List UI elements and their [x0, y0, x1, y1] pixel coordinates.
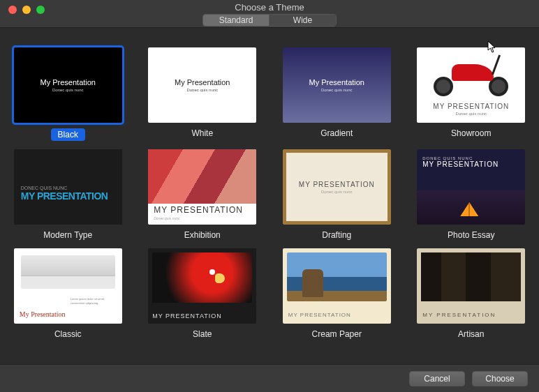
sample-subtitle: DONEC QUIS NUNC: [21, 186, 68, 190]
sample-title: My Presentation: [309, 78, 364, 86]
theme-artisan[interactable]: MY PRESENTATION Artisan: [416, 248, 527, 339]
sample-title: MY PRESENTATION: [433, 103, 509, 110]
sample-title: MY PRESENTATION: [154, 205, 243, 215]
theme-thumbnail[interactable]: MY PRESENTATION Donec quis nunc: [417, 47, 525, 123]
theme-label: White: [191, 128, 213, 138]
theme-label: Artisan: [458, 329, 484, 339]
theme-label: Showroom: [451, 128, 491, 138]
sample-title: MY PRESENTATION: [152, 312, 222, 319]
sample-column-text: Lorem ipsum dolor sit amet, consectetur …: [71, 297, 115, 305]
theme-label: Drafting: [322, 230, 351, 240]
choose-button[interactable]: Choose: [472, 371, 528, 386]
sample-subtitle: Donec quis nunc: [321, 190, 353, 194]
titlebar: Choose a Theme Standard Wide: [0, 0, 539, 28]
dialog-footer: Cancel Choose: [0, 364, 539, 392]
sample-title: My Presentation: [20, 310, 66, 318]
abstract-art-icon: [148, 149, 256, 204]
theme-thumbnail[interactable]: MY PRESENTATION: [148, 248, 256, 324]
sample-subtitle: Donec quis nunc: [186, 88, 218, 92]
theme-thumbnail[interactable]: DONEC QUIS NUNC MY PRESENTATION: [14, 149, 122, 225]
sample-subtitle: Donec quis nunc: [52, 88, 84, 92]
theme-black[interactable]: My Presentation Donec quis nunc Black: [13, 47, 124, 141]
segmented-wide[interactable]: Wide: [270, 15, 336, 26]
theme-thumbnail[interactable]: MY PRESENTATION Donec quis nunc: [283, 149, 391, 225]
theme-showroom[interactable]: MY PRESENTATION Donec quis nunc Showroom: [416, 47, 527, 141]
sample-subtitle: Donec quis nunc: [455, 112, 487, 116]
sample-title: My Presentation: [40, 78, 96, 86]
theme-label: Cream Paper: [312, 329, 362, 339]
segmented-standard[interactable]: Standard: [203, 15, 270, 26]
theme-label: Modern Type: [43, 230, 92, 240]
theme-label: Photo Essay: [448, 230, 494, 240]
theme-label: Slate: [193, 329, 212, 339]
theme-cream-paper[interactable]: MY PRESENTATION Cream Paper: [281, 248, 392, 339]
sample-title: MY PRESENTATION: [422, 312, 496, 318]
sample-subtitle: DONEC QUIS NUNC: [422, 156, 473, 160]
tent-icon: [460, 202, 478, 216]
theme-exhibition[interactable]: MY PRESENTATION Donec quis nunc Exhibiti…: [147, 149, 258, 240]
theme-thumbnail[interactable]: MY PRESENTATION: [283, 248, 391, 324]
theme-thumbnail[interactable]: My Presentation Lorem ipsum dolor sit am…: [14, 248, 122, 324]
sample-title: My Presentation: [175, 78, 230, 86]
theme-classic[interactable]: My Presentation Lorem ipsum dolor sit am…: [13, 248, 124, 339]
theme-photo-essay[interactable]: DONEC QUIS NUNC MY PRESENTATION Photo Es…: [416, 149, 527, 240]
theme-label: Black: [51, 128, 85, 141]
pottery-icon: [421, 252, 521, 301]
window-title: Choose a Theme: [0, 2, 539, 13]
theme-white[interactable]: My Presentation Donec quis nunc White: [147, 47, 258, 141]
sample-subtitle: Donec quis nunc: [321, 88, 353, 92]
theme-gallery: My Presentation Donec quis nunc Black My…: [0, 28, 539, 364]
theme-drafting[interactable]: MY PRESENTATION Donec quis nunc Drafting: [281, 149, 392, 240]
theme-thumbnail[interactable]: DONEC QUIS NUNC MY PRESENTATION: [417, 149, 525, 225]
theme-label: Gradient: [320, 128, 353, 138]
theme-thumbnail[interactable]: My Presentation Donec quis nunc: [148, 47, 256, 123]
theme-slate[interactable]: MY PRESENTATION Slate: [147, 248, 258, 339]
theme-label: Exhibition: [184, 230, 221, 240]
theme-thumbnail[interactable]: MY PRESENTATION Donec quis nunc: [148, 149, 256, 225]
theme-modern-type[interactable]: DONEC QUIS NUNC MY PRESENTATION Modern T…: [13, 149, 124, 240]
theme-thumbnail[interactable]: My Presentation Donec quis nunc: [283, 47, 391, 123]
cancel-button[interactable]: Cancel: [409, 371, 465, 386]
theme-thumbnail[interactable]: MY PRESENTATION: [417, 248, 525, 324]
sample-title: MY PRESENTATION: [21, 190, 108, 202]
sample-subtitle: Donec quis nunc: [154, 216, 179, 220]
parrot-icon: [152, 252, 252, 303]
theme-thumbnail[interactable]: My Presentation Donec quis nunc: [14, 47, 122, 123]
aspect-ratio-segmented: Standard Wide: [202, 14, 337, 27]
sample-title: MY PRESENTATION: [422, 160, 499, 168]
sample-title: MY PRESENTATION: [288, 312, 351, 318]
motorcycle-icon: [431, 57, 511, 96]
bridge-icon: [21, 255, 115, 289]
theme-gradient[interactable]: My Presentation Donec quis nunc Gradient: [281, 47, 392, 141]
sample-title: MY PRESENTATION: [299, 181, 375, 188]
theme-label: Classic: [54, 329, 82, 339]
